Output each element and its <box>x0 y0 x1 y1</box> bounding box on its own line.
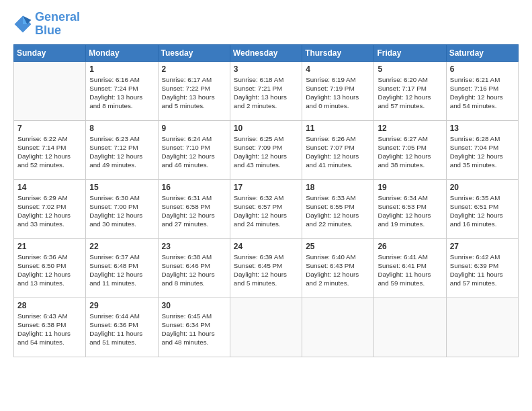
day-info: Sunrise: 6:40 AM Sunset: 6:43 PM Dayligh… <box>306 253 370 288</box>
table-row: 10Sunrise: 6:25 AM Sunset: 7:09 PM Dayli… <box>230 120 302 179</box>
day-number: 15 <box>89 183 154 192</box>
day-info: Sunrise: 6:25 AM Sunset: 7:09 PM Dayligh… <box>234 134 298 170</box>
calendar-week-1: 1Sunrise: 6:16 AM Sunset: 7:24 PM Daylig… <box>14 61 519 120</box>
day-number: 29 <box>89 301 154 310</box>
table-row: 13Sunrise: 6:28 AM Sunset: 7:04 PM Dayli… <box>446 120 518 179</box>
table-row <box>446 298 518 357</box>
day-info: Sunrise: 6:31 AM Sunset: 6:58 PM Dayligh… <box>162 193 226 229</box>
table-row: 6Sunrise: 6:21 AM Sunset: 7:16 PM Daylig… <box>446 61 518 120</box>
day-number: 18 <box>306 183 370 192</box>
day-number: 8 <box>89 124 154 133</box>
day-number: 22 <box>89 242 154 251</box>
table-row: 15Sunrise: 6:30 AM Sunset: 7:00 PM Dayli… <box>86 179 158 238</box>
table-row: 1Sunrise: 6:16 AM Sunset: 7:24 PM Daylig… <box>86 61 158 120</box>
col-wednesday: Wednesday <box>230 44 302 61</box>
day-info: Sunrise: 6:43 AM Sunset: 6:38 PM Dayligh… <box>17 312 82 347</box>
day-info: Sunrise: 6:44 AM Sunset: 6:36 PM Dayligh… <box>89 312 154 347</box>
day-info: Sunrise: 6:29 AM Sunset: 7:02 PM Dayligh… <box>17 193 82 229</box>
table-row: 5Sunrise: 6:20 AM Sunset: 7:17 PM Daylig… <box>374 61 446 120</box>
table-row: 17Sunrise: 6:32 AM Sunset: 6:57 PM Dayli… <box>230 179 302 238</box>
day-info: Sunrise: 6:42 AM Sunset: 6:39 PM Dayligh… <box>450 253 515 288</box>
table-row: 25Sunrise: 6:40 AM Sunset: 6:43 PM Dayli… <box>302 238 374 298</box>
day-number: 30 <box>162 301 226 310</box>
day-info: Sunrise: 6:28 AM Sunset: 7:04 PM Dayligh… <box>450 134 515 170</box>
col-tuesday: Tuesday <box>158 44 230 61</box>
day-number: 7 <box>17 124 82 133</box>
calendar-header: Sunday Monday Tuesday Wednesday Thursday… <box>14 44 519 61</box>
calendar-week-4: 21Sunrise: 6:36 AM Sunset: 6:50 PM Dayli… <box>14 238 519 298</box>
table-row: 8Sunrise: 6:23 AM Sunset: 7:12 PM Daylig… <box>86 120 158 179</box>
header: General Blue <box>13 11 519 38</box>
day-info: Sunrise: 6:30 AM Sunset: 7:00 PM Dayligh… <box>89 193 154 229</box>
day-number: 5 <box>378 64 442 74</box>
day-number: 24 <box>234 242 298 251</box>
day-info: Sunrise: 6:27 AM Sunset: 7:05 PM Dayligh… <box>378 134 442 170</box>
table-row: 16Sunrise: 6:31 AM Sunset: 6:58 PM Dayli… <box>158 179 230 238</box>
day-info: Sunrise: 6:45 AM Sunset: 6:34 PM Dayligh… <box>162 312 226 347</box>
col-saturday: Saturday <box>446 44 518 61</box>
table-row: 19Sunrise: 6:34 AM Sunset: 6:53 PM Dayli… <box>374 179 446 238</box>
col-monday: Monday <box>86 44 158 61</box>
day-info: Sunrise: 6:22 AM Sunset: 7:14 PM Dayligh… <box>17 134 82 170</box>
day-number: 27 <box>450 242 515 251</box>
table-row: 26Sunrise: 6:41 AM Sunset: 6:41 PM Dayli… <box>374 238 446 298</box>
day-info: Sunrise: 6:23 AM Sunset: 7:12 PM Dayligh… <box>89 134 154 170</box>
table-row: 28Sunrise: 6:43 AM Sunset: 6:38 PM Dayli… <box>14 298 86 357</box>
day-number: 2 <box>162 64 226 74</box>
calendar-table: Sunday Monday Tuesday Wednesday Thursday… <box>13 44 519 357</box>
day-info: Sunrise: 6:33 AM Sunset: 6:55 PM Dayligh… <box>306 193 370 229</box>
calendar-week-2: 7Sunrise: 6:22 AM Sunset: 7:14 PM Daylig… <box>14 120 519 179</box>
day-info: Sunrise: 6:38 AM Sunset: 6:46 PM Dayligh… <box>162 253 226 288</box>
day-number: 12 <box>378 124 442 133</box>
day-number: 21 <box>17 242 82 251</box>
day-info: Sunrise: 6:35 AM Sunset: 6:51 PM Dayligh… <box>450 193 515 229</box>
day-number: 16 <box>162 183 226 192</box>
logo: General Blue <box>13 11 80 38</box>
day-info: Sunrise: 6:36 AM Sunset: 6:50 PM Dayligh… <box>17 253 82 288</box>
table-row: 18Sunrise: 6:33 AM Sunset: 6:55 PM Dayli… <box>302 179 374 238</box>
table-row: 29Sunrise: 6:44 AM Sunset: 6:36 PM Dayli… <box>86 298 158 357</box>
day-info: Sunrise: 6:21 AM Sunset: 7:16 PM Dayligh… <box>450 75 515 111</box>
col-thursday: Thursday <box>302 44 374 61</box>
day-info: Sunrise: 6:26 AM Sunset: 7:07 PM Dayligh… <box>306 134 370 170</box>
day-info: Sunrise: 6:17 AM Sunset: 7:22 PM Dayligh… <box>162 75 226 111</box>
day-number: 26 <box>378 242 442 251</box>
table-row: 23Sunrise: 6:38 AM Sunset: 6:46 PM Dayli… <box>158 238 230 298</box>
day-info: Sunrise: 6:41 AM Sunset: 6:41 PM Dayligh… <box>378 253 442 288</box>
day-number: 11 <box>306 124 370 133</box>
table-row: 14Sunrise: 6:29 AM Sunset: 7:02 PM Dayli… <box>14 179 86 238</box>
header-row: Sunday Monday Tuesday Wednesday Thursday… <box>14 44 519 61</box>
table-row: 30Sunrise: 6:45 AM Sunset: 6:34 PM Dayli… <box>158 298 230 357</box>
table-row: 3Sunrise: 6:18 AM Sunset: 7:21 PM Daylig… <box>230 61 302 120</box>
day-info: Sunrise: 6:32 AM Sunset: 6:57 PM Dayligh… <box>234 193 298 229</box>
table-row: 9Sunrise: 6:24 AM Sunset: 7:10 PM Daylig… <box>158 120 230 179</box>
day-info: Sunrise: 6:39 AM Sunset: 6:45 PM Dayligh… <box>234 253 298 288</box>
logo-text: General Blue <box>35 11 80 38</box>
calendar-week-5: 28Sunrise: 6:43 AM Sunset: 6:38 PM Dayli… <box>14 298 519 357</box>
page: General Blue Sunday Monday Tuesday Wedne… <box>0 0 532 411</box>
col-friday: Friday <box>374 44 446 61</box>
day-number: 3 <box>234 64 298 74</box>
day-number: 28 <box>17 301 82 310</box>
table-row <box>14 61 86 120</box>
day-number: 20 <box>450 183 515 192</box>
table-row: 2Sunrise: 6:17 AM Sunset: 7:22 PM Daylig… <box>158 61 230 120</box>
table-row: 24Sunrise: 6:39 AM Sunset: 6:45 PM Dayli… <box>230 238 302 298</box>
day-info: Sunrise: 6:18 AM Sunset: 7:21 PM Dayligh… <box>234 75 298 111</box>
day-number: 23 <box>162 242 226 251</box>
table-row <box>374 298 446 357</box>
calendar-week-3: 14Sunrise: 6:29 AM Sunset: 7:02 PM Dayli… <box>14 179 519 238</box>
table-row: 7Sunrise: 6:22 AM Sunset: 7:14 PM Daylig… <box>14 120 86 179</box>
calendar-body: 1Sunrise: 6:16 AM Sunset: 7:24 PM Daylig… <box>14 61 519 357</box>
table-row: 27Sunrise: 6:42 AM Sunset: 6:39 PM Dayli… <box>446 238 518 298</box>
table-row: 12Sunrise: 6:27 AM Sunset: 7:05 PM Dayli… <box>374 120 446 179</box>
day-number: 25 <box>306 242 370 251</box>
logo-icon <box>13 15 32 34</box>
day-info: Sunrise: 6:24 AM Sunset: 7:10 PM Dayligh… <box>162 134 226 170</box>
day-number: 10 <box>234 124 298 133</box>
day-info: Sunrise: 6:19 AM Sunset: 7:19 PM Dayligh… <box>306 75 370 111</box>
day-number: 14 <box>17 183 82 192</box>
table-row: 21Sunrise: 6:36 AM Sunset: 6:50 PM Dayli… <box>14 238 86 298</box>
day-number: 19 <box>378 183 442 192</box>
day-info: Sunrise: 6:20 AM Sunset: 7:17 PM Dayligh… <box>378 75 442 111</box>
